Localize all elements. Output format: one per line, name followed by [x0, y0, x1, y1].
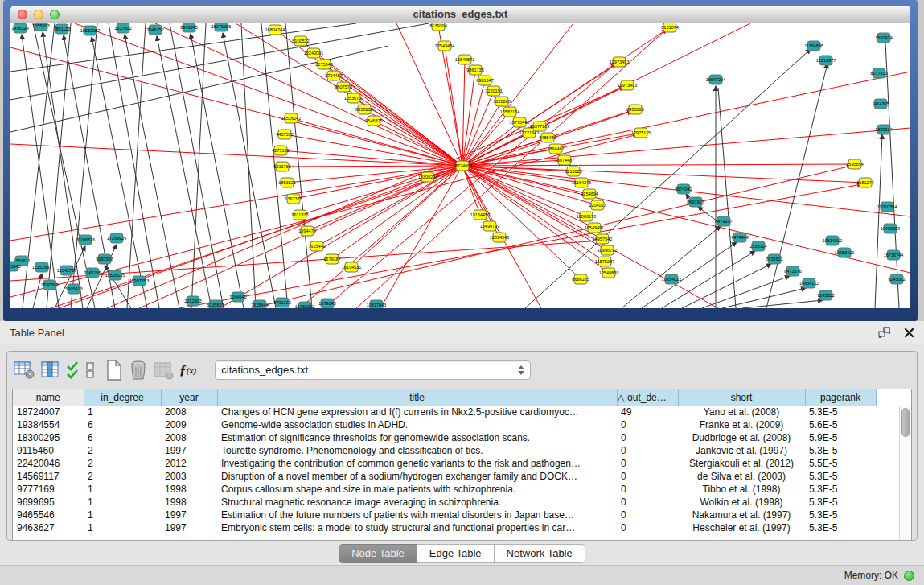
- cell-year[interactable]: 2008: [161, 406, 217, 418]
- table-row[interactable]: 977716911998Corpus callosum shape and si…: [13, 483, 876, 496]
- cell-in_degree[interactable]: 1: [84, 406, 161, 418]
- cell-name[interactable]: 18724007: [13, 406, 84, 418]
- cell-out_degree[interactable]: 0: [617, 509, 678, 521]
- function-builder-icon[interactable]: ƒ(x): [179, 359, 196, 381]
- cell-name[interactable]: 9115460: [13, 444, 84, 457]
- table-row[interactable]: 2242004622012Investigating the contribut…: [13, 457, 876, 470]
- column-header-pagerank[interactable]: pagerank: [805, 389, 876, 406]
- cell-title[interactable]: Embryonic stem cells: a model to study s…: [217, 521, 617, 534]
- cell-short[interactable]: Dudbridge et al. (2008): [678, 431, 805, 444]
- table-scrollbar[interactable]: [899, 406, 911, 540]
- cell-short[interactable]: Jankovic et al. (1997): [678, 444, 805, 457]
- cell-title[interactable]: Structural magnetic resonance image aver…: [217, 496, 617, 509]
- cell-out_degree[interactable]: 0: [617, 418, 678, 431]
- float-panel-icon[interactable]: [878, 321, 891, 344]
- cell-short[interactable]: Wolkin et al. (1998): [678, 496, 805, 509]
- create-table-icon[interactable]: [105, 359, 123, 381]
- cell-in_degree[interactable]: 6: [84, 431, 161, 444]
- cell-in_degree[interactable]: 1: [84, 496, 161, 509]
- cell-in_degree[interactable]: 6: [84, 418, 161, 431]
- cell-in_degree[interactable]: 2: [84, 457, 161, 470]
- column-header-in_degree[interactable]: in_degree: [84, 389, 161, 406]
- table-scrollbar-thumb[interactable]: [901, 408, 910, 437]
- tab-edge-table[interactable]: Edge Table: [417, 544, 495, 563]
- cell-in_degree[interactable]: 1: [84, 521, 161, 534]
- network-canvas[interactable]: 1872400715526242445755242751826216760188…: [10, 23, 910, 308]
- cell-out_degree[interactable]: 0: [617, 483, 678, 496]
- cell-pagerank[interactable]: 5.3E-5: [805, 470, 876, 483]
- cell-year[interactable]: 2003: [161, 470, 217, 483]
- edit-columns-icon[interactable]: [41, 359, 60, 381]
- cell-title[interactable]: Tourette syndrome. Phenomenology and cla…: [217, 444, 617, 457]
- delete-table-icon[interactable]: [129, 359, 148, 381]
- cell-year[interactable]: 2009: [161, 418, 217, 431]
- column-header-name[interactable]: name: [13, 389, 84, 406]
- cell-out_degree[interactable]: 49: [617, 406, 678, 418]
- cell-name[interactable]: 9463627: [13, 521, 84, 534]
- cell-name[interactable]: 22420046: [13, 457, 84, 470]
- cell-title[interactable]: Changes of HCN gene expression and I(f) …: [217, 406, 617, 418]
- cell-out_degree[interactable]: 0: [617, 521, 678, 534]
- select-rows-icon[interactable]: [66, 359, 80, 381]
- cell-out_degree[interactable]: 0: [617, 470, 678, 483]
- cell-title[interactable]: Estimation of the future numbers of pati…: [217, 509, 617, 521]
- cell-name[interactable]: 9699695: [13, 496, 84, 509]
- tab-node-table[interactable]: Node Table: [339, 544, 417, 563]
- cell-pagerank[interactable]: 5.3E-5: [805, 444, 876, 457]
- column-header-out_degree[interactable]: △ out_de…: [617, 389, 678, 406]
- table-row[interactable]: 911546021997Tourette syndrome. Phenomeno…: [13, 444, 876, 457]
- cell-year[interactable]: 2008: [161, 431, 217, 444]
- cell-short[interactable]: Yano et al. (2008): [678, 406, 805, 418]
- cell-pagerank[interactable]: 5.3E-5: [805, 483, 876, 496]
- cell-title[interactable]: Estimation of significance thresholds fo…: [217, 431, 617, 444]
- cell-year[interactable]: 1998: [161, 483, 217, 496]
- cell-short[interactable]: Nakamura et al. (1997): [678, 509, 805, 521]
- close-traffic-light-icon[interactable]: [18, 10, 27, 19]
- table-row[interactable]: 1872400712008Changes of HCN gene express…: [13, 406, 876, 418]
- tab-network-table[interactable]: Network Table: [495, 544, 585, 563]
- cell-pagerank[interactable]: 5.3E-5: [805, 521, 876, 534]
- table-row[interactable]: 1830029562008Estimation of significance …: [13, 431, 876, 444]
- cell-pagerank[interactable]: 5.6E-5: [805, 418, 876, 431]
- cell-title[interactable]: Disruption of a novel member of a sodium…: [217, 470, 617, 483]
- column-header-title[interactable]: title: [217, 389, 617, 406]
- column-header-year[interactable]: year: [161, 389, 217, 406]
- table-row[interactable]: 969969511998Structural magnetic resonanc…: [13, 496, 876, 509]
- cell-in_degree[interactable]: 2: [84, 444, 161, 457]
- cell-title[interactable]: Investigating the contribution of common…: [217, 457, 617, 470]
- table-row[interactable]: 1938455462009Genome-wide association stu…: [13, 418, 876, 431]
- network-graph[interactable]: 1872400715526242445755242751826216760188…: [10, 23, 910, 308]
- cell-name[interactable]: 19384554: [13, 418, 84, 431]
- cell-out_degree[interactable]: 0: [617, 496, 678, 509]
- cell-short[interactable]: Tibbo et al. (1998): [678, 483, 805, 496]
- network-window-titlebar[interactable]: citations_edges.txt: [10, 6, 910, 23]
- cell-year[interactable]: 1997: [161, 509, 217, 521]
- table-row[interactable]: 1456911722003Disruption of a novel membe…: [13, 470, 876, 483]
- column-header-short[interactable]: short: [678, 389, 805, 406]
- cell-in_degree[interactable]: 1: [84, 509, 161, 521]
- table-row[interactable]: 946554611997Estimation of the future num…: [13, 509, 876, 521]
- cell-short[interactable]: Stergiakouli et al. (2012): [678, 457, 805, 470]
- cell-out_degree[interactable]: 0: [617, 444, 678, 457]
- table-row[interactable]: 946362711997Embryonic stem cells: a mode…: [13, 521, 876, 534]
- table-settings-icon[interactable]: [14, 359, 35, 381]
- cell-year[interactable]: 1997: [161, 444, 217, 457]
- cell-in_degree[interactable]: 1: [84, 483, 161, 496]
- close-panel-icon[interactable]: [904, 321, 914, 344]
- cell-year[interactable]: 1998: [161, 496, 217, 509]
- cell-pagerank[interactable]: 5.3E-5: [805, 509, 876, 521]
- cell-title[interactable]: Corpus callosum shape and size in male p…: [217, 483, 617, 496]
- cell-year[interactable]: 1997: [161, 521, 217, 534]
- cell-pagerank[interactable]: 5.5E-5: [805, 457, 876, 470]
- cell-pagerank[interactable]: 5.9E-5: [805, 431, 876, 444]
- cell-in_degree[interactable]: 2: [84, 470, 161, 483]
- cell-name[interactable]: 9465546: [13, 509, 84, 521]
- zoom-traffic-light-icon[interactable]: [50, 10, 60, 19]
- minimize-traffic-light-icon[interactable]: [34, 10, 43, 19]
- cell-short[interactable]: Franke et al. (2009): [678, 418, 805, 431]
- cell-name[interactable]: 9777169: [13, 483, 84, 496]
- cell-short[interactable]: de Silva et al. (2003): [678, 470, 805, 483]
- cell-year[interactable]: 2012: [161, 457, 217, 470]
- cell-name[interactable]: 14569117: [13, 470, 84, 483]
- cell-title[interactable]: Genome-wide association studies in ADHD.: [217, 418, 617, 431]
